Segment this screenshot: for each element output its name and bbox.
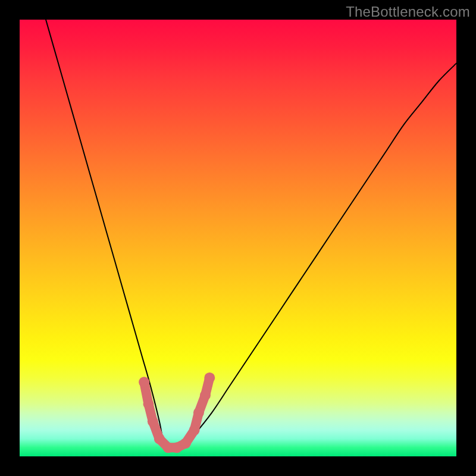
marker-dot [180, 438, 191, 449]
marker-dot [189, 425, 200, 436]
chart-svg [20, 20, 456, 456]
marker-dot [139, 377, 149, 387]
chart-plot-area [20, 20, 456, 456]
chart-frame: TheBottleneck.com [0, 0, 476, 476]
marker-dot [200, 390, 211, 400]
marker-dot [154, 434, 165, 444]
watermark-text: TheBottleneck.com [346, 4, 470, 20]
marker-dot [204, 372, 215, 383]
marker-dot [148, 416, 158, 427]
marker-dot [193, 408, 204, 418]
marker-dot [143, 399, 154, 409]
bottleneck-curve [46, 20, 456, 448]
